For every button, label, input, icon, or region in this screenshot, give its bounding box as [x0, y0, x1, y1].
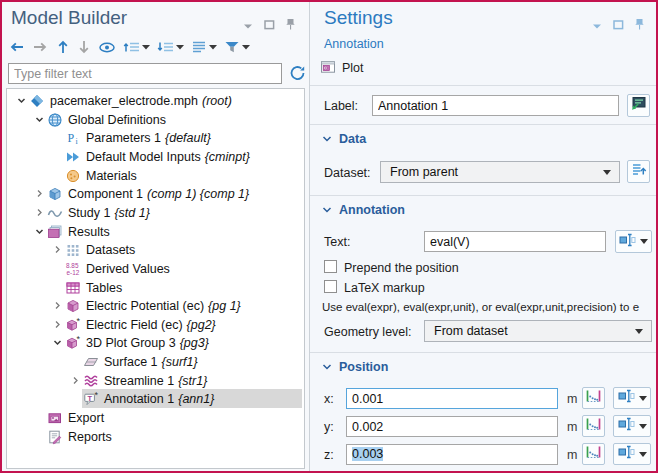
expand-chevron-icon[interactable] [33, 187, 46, 200]
svg-text:e-12: e-12 [67, 269, 80, 276]
dataset-dropdown[interactable]: From parent [380, 161, 620, 183]
position-z-input[interactable]: 0.003 [346, 444, 558, 465]
tree-item-tag: {std 1} [114, 206, 149, 220]
insert-expression-button[interactable] [613, 415, 651, 437]
toolbar-collapse-all-button[interactable] [122, 37, 151, 57]
svg-text:*: * [95, 391, 99, 400]
materials-icon [65, 168, 81, 184]
tree-item-streamline-1[interactable]: Streamline 1{str1} [7, 371, 304, 390]
chevron-down-icon [635, 329, 643, 334]
pin-icon[interactable] [286, 16, 295, 34]
tree-item-parameters-1[interactable]: PiParameters 1{default} [7, 128, 304, 147]
tree-item-label: pacemaker_electrode.mph [50, 94, 198, 108]
tree-item-tag: {ann1} [178, 392, 214, 406]
surface-plot-icon [83, 354, 99, 370]
tree-item-electric-potential-ec[interactable]: Electric Potential (ec){pg 1} [7, 296, 304, 315]
tree-item-electric-field-ec[interactable]: *Electric Field (ec){pg2} [7, 315, 304, 334]
range-button[interactable] [582, 443, 605, 465]
edit-expression-icon [618, 444, 635, 464]
insert-expression-button[interactable] [613, 443, 651, 465]
chevron-down-icon [639, 396, 647, 401]
tree-item-component-1[interactable]: Component 1(comp 1) {comp 1} [7, 184, 304, 203]
annotation-text-input[interactable] [424, 231, 606, 252]
tree-item-surface-1[interactable]: Surface 1{surf1} [7, 352, 304, 371]
panel-menu-icon[interactable] [592, 16, 602, 34]
svg-text:T: T [88, 393, 93, 402]
dataset-label: Dataset: [324, 166, 371, 180]
toolbar-forward-button[interactable] [31, 37, 50, 57]
tree-item-reports[interactable]: Reports [7, 427, 304, 446]
position-x-input[interactable] [346, 388, 558, 409]
range-button[interactable] [582, 415, 605, 437]
plot-group-3d-new-icon: * [65, 335, 81, 351]
position-section-header[interactable]: Position [322, 360, 388, 374]
settings-subtitle: Annotation [324, 37, 384, 51]
toolbar-show-button[interactable] [97, 37, 117, 57]
plot-button-label: Plot [342, 61, 364, 75]
tree-item-derived-values[interactable]: 8.85e-12Derived Values [7, 259, 304, 278]
float-icon[interactable] [613, 16, 624, 34]
filter-input[interactable] [8, 63, 282, 84]
toolbar-move-up-button[interactable] [55, 37, 71, 57]
latex-markup-label[interactable]: LaTeX markup [344, 281, 425, 295]
section-separator [310, 195, 656, 196]
tree-item-tag: (root) [202, 94, 232, 108]
range-icon [585, 388, 602, 408]
edit-expression-icon [619, 232, 636, 252]
position-z-label: z: [324, 448, 334, 462]
collapse-chevron-icon[interactable] [15, 94, 28, 107]
tree-item-global-definitions[interactable]: Global Definitions [7, 110, 304, 129]
go-to-source-button[interactable] [627, 160, 650, 183]
expand-chevron-icon[interactable] [69, 374, 82, 387]
toolbar-expand-all-button[interactable] [156, 37, 185, 57]
tree-item-tag: {pg 1} [208, 299, 241, 313]
toolbar-node-text-button[interactable] [190, 37, 218, 57]
collapse-chevron-icon[interactable] [51, 336, 64, 349]
prepend-position-checkbox[interactable] [324, 260, 337, 273]
plot-button[interactable]: Plot [320, 58, 364, 78]
tree-item-export[interactable]: Export [7, 408, 304, 427]
data-section-header[interactable]: Data [322, 132, 366, 146]
tree-item-tables[interactable]: Tables [7, 278, 304, 297]
tree-item-materials[interactable]: Materials [7, 166, 304, 185]
expand-chevron-icon[interactable] [51, 299, 64, 312]
plot-icon [320, 59, 336, 78]
tree-item-annotation-1[interactable]: T*Annotation 1{ann1} [7, 389, 304, 408]
tree-item-results[interactable]: Results [7, 222, 304, 241]
tree-item-pacemaker-electrode-mph[interactable]: pacemaker_electrode.mph(root) [7, 91, 304, 110]
insert-expression-button[interactable] [613, 387, 651, 409]
rename-button[interactable] [627, 94, 650, 117]
toolbar-move-down-button[interactable] [76, 37, 92, 57]
tree-item-default-model-inputs[interactable]: Default Model Inputs{cminpt} [7, 147, 304, 166]
position-x-unit: m [567, 392, 577, 406]
dataset-value: From parent [390, 165, 458, 179]
component-icon [47, 186, 63, 202]
section-separator [310, 124, 656, 125]
chevron-spacer [33, 411, 46, 424]
toolbar-back-button[interactable] [7, 37, 26, 57]
prepend-position-label[interactable]: Prepend the position [344, 261, 459, 275]
label-input[interactable] [372, 95, 619, 116]
refresh-icon[interactable] [289, 64, 307, 82]
parameters-icon: Pi [65, 130, 81, 146]
latex-markup-checkbox[interactable] [324, 280, 337, 293]
tree-item-label: Datasets [86, 243, 135, 257]
tree-item-datasets[interactable]: Datasets [7, 240, 304, 259]
position-y-input[interactable] [346, 416, 558, 437]
position-x-label: x: [324, 392, 334, 406]
expand-chevron-icon[interactable] [33, 206, 46, 219]
pin-icon[interactable] [635, 16, 644, 34]
panel-menu-icon[interactable] [243, 16, 253, 34]
range-button[interactable] [582, 387, 605, 409]
float-icon[interactable] [264, 16, 275, 34]
tree-item-3d-plot-group-3[interactable]: *3D Plot Group 3{pg3} [7, 333, 304, 352]
collapse-chevron-icon[interactable] [33, 113, 46, 126]
annotation-section-header[interactable]: Annotation [322, 203, 405, 217]
expand-chevron-icon[interactable] [51, 318, 64, 331]
expand-chevron-icon[interactable] [51, 243, 64, 256]
tree-item-study-1[interactable]: Study 1{std 1} [7, 203, 304, 222]
collapse-chevron-icon[interactable] [33, 225, 46, 238]
geometry-level-dropdown[interactable]: From dataset [424, 320, 652, 342]
insert-expression-button[interactable] [615, 230, 652, 253]
toolbar-filter-button[interactable] [223, 37, 251, 57]
